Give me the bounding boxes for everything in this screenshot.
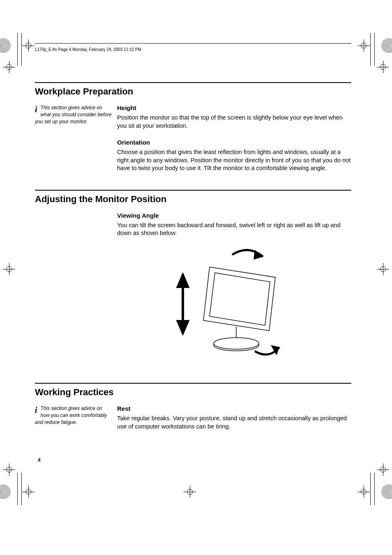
sidebar-note: i This section gives advice on how you c… [35, 405, 117, 426]
section-title: Workplace Preparation [35, 86, 351, 97]
printer-disc-icon [381, 38, 392, 53]
subheading-rest: Rest [117, 405, 351, 412]
registration-mark-icon [377, 61, 389, 73]
svg-marker-1 [178, 275, 188, 287]
body-viewing-angle: You can tilt the screen backward and for… [117, 221, 351, 237]
sidebar-note: i This section gives advice on what you … [35, 104, 117, 125]
printer-disc-icon [381, 484, 392, 499]
registration-mark-icon [22, 39, 35, 52]
section-rule [35, 383, 351, 384]
printer-disc-icon [0, 484, 11, 499]
crop-line [370, 33, 371, 66]
registration-mark-icon [357, 486, 370, 498]
registration-mark-icon [357, 39, 370, 52]
registration-mark-icon [377, 463, 389, 476]
monitor-diagram-icon [171, 242, 298, 362]
section-title: Adjusting the Monitor Position [35, 194, 351, 205]
header-line [35, 43, 351, 44]
section-adjusting-position: Adjusting the Monitor Position Viewing A… [35, 190, 351, 375]
figure-monitor-adjust [117, 242, 351, 363]
svg-point-8 [214, 338, 259, 349]
info-icon: i [35, 404, 37, 416]
crop-line [21, 33, 22, 66]
section-rule [35, 82, 351, 83]
crop-line [17, 33, 18, 66]
subheading-viewing-angle: Viewing Angle [117, 212, 351, 219]
crop-line [370, 472, 371, 505]
sidebar-text: This section gives advice on what you sh… [35, 105, 111, 124]
registration-mark-icon [22, 486, 35, 498]
registration-mark-icon [377, 263, 389, 275]
sidebar-text: This section gives advice on how you can… [35, 405, 107, 425]
running-head: L170p_E.fm Page 4 Monday, February 24, 2… [35, 47, 141, 52]
crop-line [17, 472, 18, 505]
section-rule [35, 190, 351, 191]
registration-mark-icon [3, 61, 15, 73]
section-title: Working Practices [35, 387, 351, 398]
crop-line [374, 33, 375, 66]
crop-line [374, 472, 375, 505]
page-content: Workplace Preparation i This section giv… [35, 82, 351, 448]
printer-disc-icon [0, 38, 11, 53]
section-working-practices: Working Practices i This section gives a… [35, 383, 351, 440]
info-icon: i [35, 104, 37, 115]
body-height: Position the monitor so that the top of … [117, 114, 351, 130]
svg-marker-5 [210, 273, 270, 325]
crop-line [21, 472, 22, 505]
body-orientation: Choose a position that gives the least r… [117, 148, 351, 173]
svg-marker-2 [178, 321, 188, 333]
registration-mark-icon [3, 463, 15, 476]
section-workplace-preparation: Workplace Preparation i This section giv… [35, 82, 351, 182]
body-rest: Take regular breaks. Vary your posture, … [117, 415, 351, 431]
registration-mark-icon [3, 263, 15, 275]
registration-mark-icon [184, 486, 196, 498]
page-number: 4 [38, 457, 41, 463]
subheading-orientation: Orientation [117, 139, 351, 146]
subheading-height: Height [117, 104, 351, 111]
